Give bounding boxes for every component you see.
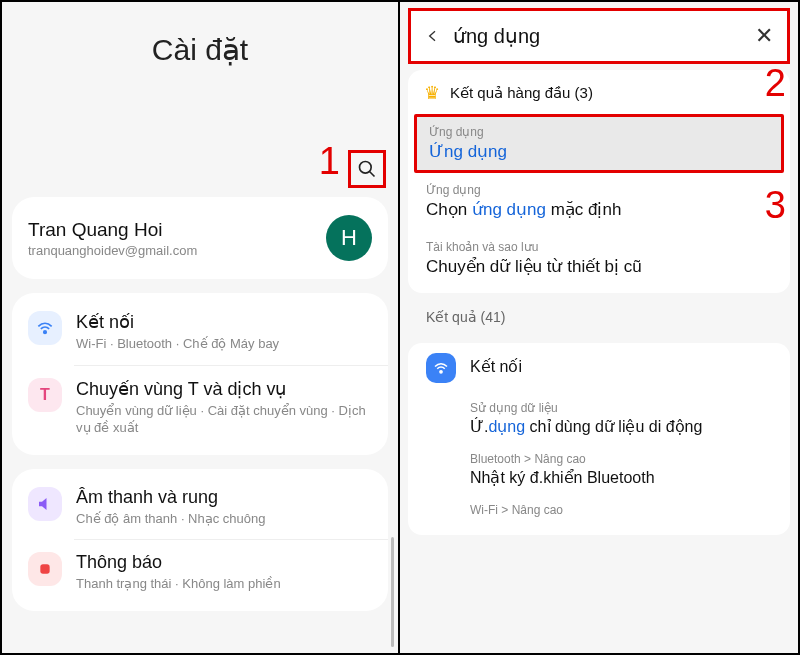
row-connections[interactable]: Kết nối Wi-Fi · Bluetooth · Chế độ Máy b…	[12, 299, 388, 365]
account-card[interactable]: Tran Quang Hoi tranquanghoidev@gmail.com…	[12, 197, 388, 279]
result-wifi-advanced[interactable]: Wi-Fi > Nâng cao	[470, 495, 790, 525]
result-apps[interactable]: Ứng dụng Ứng dụng	[414, 114, 784, 173]
result-title: Kết nối	[470, 357, 772, 376]
wifi-icon	[426, 353, 456, 383]
back-icon[interactable]	[425, 28, 441, 44]
search-input[interactable]: ứng dụng	[453, 24, 743, 48]
result-category: Ứng dụng	[429, 125, 769, 139]
result-category: Wi-Fi > Nâng cao	[470, 503, 772, 517]
search-bar: ứng dụng ✕	[408, 8, 790, 64]
page-title: Cài đặt	[2, 2, 398, 67]
results-count: Kết quả (41)	[400, 293, 798, 331]
result-transfer[interactable]: Tài khoản và sao lưu Chuyển dữ liệu từ t…	[408, 230, 790, 287]
account-name: Tran Quang Hoi	[28, 219, 197, 241]
result-connections[interactable]: Kết nối	[408, 343, 790, 393]
result-title: Nhật ký đ.khiển Bluetooth	[470, 468, 772, 487]
row-roaming[interactable]: T Chuyến vùng T và dịch vụ Chuyển vùng d…	[12, 366, 388, 449]
row-title: Chuyến vùng T và dịch vụ	[76, 378, 372, 400]
settings-group-1: Âm thanh và rung Chế độ âm thanh · Nhạc …	[12, 469, 388, 611]
result-data-usage[interactable]: Sử dụng dữ liệu Ứ.dụng chỉ dùng dữ liệu …	[470, 393, 790, 444]
results-card: Kết nối Sử dụng dữ liệu Ứ.dụng chỉ dùng …	[408, 343, 790, 535]
search-results-screen: ứng dụng ✕ 2 ♛ Kết quả hàng đầu (3) Ứng …	[400, 2, 798, 653]
result-title: Ứng dụng	[429, 141, 769, 162]
sound-icon	[28, 487, 62, 521]
row-title: Thông báo	[76, 552, 372, 573]
result-title: Chuyển dữ liệu từ thiết bị cũ	[426, 256, 772, 277]
settings-scroll[interactable]: Tran Quang Hoi tranquanghoidev@gmail.com…	[2, 197, 398, 653]
result-category: Bluetooth > Nâng cao	[470, 452, 772, 466]
top-results-label: Kết quả hàng đầu (3)	[450, 84, 593, 102]
search-button[interactable]	[348, 150, 386, 188]
svg-line-1	[370, 172, 375, 177]
row-sub: Chế độ âm thanh · Nhạc chuông	[76, 510, 372, 528]
row-sub: Chuyển vùng dữ liệu · Cài đặt chuyển vùn…	[76, 402, 372, 437]
crown-icon: ♛	[424, 82, 440, 104]
result-category: Ứng dụng	[426, 183, 772, 197]
row-title: Kết nối	[76, 311, 372, 333]
result-bluetooth-log[interactable]: Bluetooth > Nâng cao Nhật ký đ.khiển Blu…	[470, 444, 790, 495]
row-title: Âm thanh và rung	[76, 487, 372, 508]
result-category: Sử dụng dữ liệu	[470, 401, 772, 415]
settings-group-0: Kết nối Wi-Fi · Bluetooth · Chế độ Máy b…	[12, 293, 388, 455]
wifi-icon	[28, 311, 62, 345]
result-title: Ứ.dụng chỉ dùng dữ liệu di động	[470, 417, 772, 436]
row-sub: Thanh trạng thái · Không làm phiền	[76, 575, 372, 593]
avatar: H	[326, 215, 372, 261]
top-results-header: ♛ Kết quả hàng đầu (3)	[408, 70, 790, 114]
annotation-1: 1	[319, 140, 340, 183]
row-sub: Wi-Fi · Bluetooth · Chế độ Máy bay	[76, 335, 372, 353]
account-email: tranquanghoidev@gmail.com	[28, 243, 197, 258]
roaming-icon: T	[28, 378, 62, 412]
scrollbar[interactable]	[391, 537, 394, 647]
search-icon	[357, 159, 377, 179]
svg-rect-3	[40, 565, 49, 574]
svg-point-2	[44, 331, 47, 334]
result-title: Chọn ứng dụng mặc định	[426, 199, 772, 220]
close-icon[interactable]: ✕	[755, 23, 773, 49]
top-results-card: ♛ Kết quả hàng đầu (3) Ứng dụng Ứng dụng…	[408, 70, 790, 293]
row-sound[interactable]: Âm thanh và rung Chế độ âm thanh · Nhạc …	[12, 475, 388, 540]
result-category: Tài khoản và sao lưu	[426, 240, 772, 254]
account-info: Tran Quang Hoi tranquanghoidev@gmail.com	[28, 219, 197, 258]
svg-point-4	[440, 371, 442, 373]
annotation-2: 2	[765, 62, 786, 105]
settings-screen: Cài đặt 1 Tran Quang Hoi tranquanghoidev…	[2, 2, 400, 653]
row-notifications[interactable]: Thông báo Thanh trạng thái · Không làm p…	[12, 540, 388, 605]
result-default-apps[interactable]: Ứng dụng Chọn ứng dụng mặc định	[408, 173, 790, 230]
notification-icon	[28, 552, 62, 586]
annotation-3: 3	[765, 184, 786, 227]
svg-point-0	[360, 162, 372, 174]
